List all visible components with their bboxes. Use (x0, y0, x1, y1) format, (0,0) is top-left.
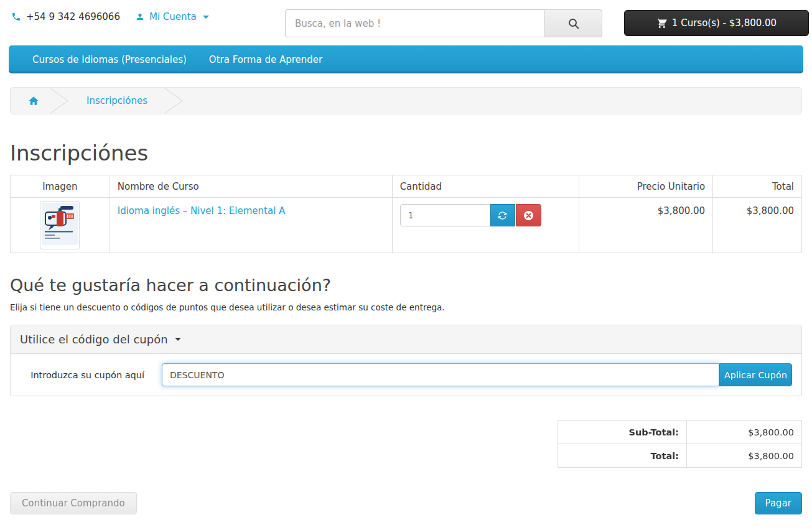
nav-item-cursos-idiomas[interactable]: Cursos de Idiomas (Presenciales) (21, 47, 198, 73)
coupon-input-group: Aplicar Cupón (162, 363, 792, 386)
quantity-cell (392, 198, 579, 253)
coupon-input-label: Introduzca su cupón aquí (20, 370, 144, 380)
table-row: Total: $3,800.00 (558, 444, 802, 468)
topbar: +54 9 342 4696066 Mi Cuenta 1 Curso(s) -… (0, 0, 812, 45)
main-nav: Cursos de Idiomas (Presenciales) Otra Fo… (9, 45, 803, 73)
cart-table-header-row: Imagen Nombre de Curso Cantidad Precio U… (11, 175, 802, 198)
subtotal-value: $3,800.00 (687, 421, 802, 444)
total-value: $3,800.00 (687, 444, 802, 468)
breadcrumb-chevron-icon (49, 87, 70, 114)
topbar-contact: +54 9 342 4696066 Mi Cuenta (11, 11, 209, 22)
account-menu[interactable]: Mi Cuenta (135, 11, 209, 22)
course-thumbnail[interactable] (40, 201, 80, 249)
page-title: Inscripciónes (10, 141, 802, 165)
coupon-panel-title: Utilice el código del cupón (20, 333, 168, 346)
cart-table: Imagen Nombre de Curso Cantidad Precio U… (10, 175, 802, 253)
apply-coupon-button[interactable]: Aplicar Cupón (719, 363, 792, 386)
header-nombre: Nombre de Curso (110, 175, 392, 198)
header-imagen: Imagen (11, 175, 110, 198)
table-row: Sub-Total: $3,800.00 (558, 421, 802, 444)
unit-price-cell: $3,800.00 (579, 198, 713, 253)
phone-icon (11, 12, 21, 22)
caret-down-icon (203, 16, 209, 19)
subtotal-label: Sub-Total: (558, 421, 687, 444)
search-bar (285, 9, 602, 37)
breadcrumb-item-inscripciones[interactable]: Inscripciónes (70, 95, 164, 106)
caret-down-icon (175, 338, 181, 341)
breadcrumb: Inscripciónes (10, 87, 802, 114)
phone-number: +54 9 342 4696066 (26, 11, 120, 22)
totals-section: Sub-Total: $3,800.00 Total: $3,800.00 (10, 420, 802, 468)
coupon-panel-body: Introduzca su cupón aquí Aplicar Cupón (11, 354, 801, 396)
quantity-input[interactable] (400, 204, 490, 226)
line-total-cell: $3,800.00 (713, 198, 802, 253)
breadcrumb-home-link[interactable] (18, 95, 49, 106)
remove-icon (523, 210, 534, 221)
totals-table: Sub-Total: $3,800.00 Total: $3,800.00 (558, 420, 802, 468)
pay-button[interactable]: Pagar (755, 492, 802, 514)
coupon-panel-header[interactable]: Utilice el código del cupón (11, 325, 801, 354)
cart-button-label: 1 Curso(s) - $3,800.00 (672, 17, 777, 29)
cart-icon (656, 18, 667, 29)
coupon-panel: Utilice el código del cupón Introduzca s… (10, 325, 802, 396)
breadcrumb-chevron-icon (164, 87, 185, 114)
quantity-control (400, 204, 541, 226)
course-link[interactable]: Idioma inglés – Nivel 1: Elemental A (118, 205, 286, 216)
table-row: Idioma inglés – Nivel 1: Elemental A (11, 198, 802, 253)
account-menu-label: Mi Cuenta (149, 11, 197, 22)
next-section-title: Qué te gustaría hacer a continuación? (10, 276, 802, 295)
refresh-icon (498, 211, 507, 220)
continue-shopping-button[interactable]: Continuar Comprando (10, 492, 137, 514)
coupon-input[interactable] (162, 363, 719, 386)
search-button[interactable] (544, 9, 602, 37)
header-total: Total (713, 175, 802, 198)
header-cantidad: Cantidad (392, 175, 579, 198)
search-icon (568, 18, 579, 29)
course-image-cell (11, 198, 110, 253)
footer-actions: Continuar Comprando Pagar (10, 492, 802, 514)
search-input[interactable] (285, 9, 544, 37)
total-label: Total: (558, 444, 687, 468)
nav-item-otra-forma[interactable]: Otra Forma de Aprender (198, 47, 334, 73)
remove-item-button[interactable] (516, 204, 541, 226)
course-name-cell: Idioma inglés – Nivel 1: Elemental A (110, 198, 392, 253)
next-section-subtitle: Elija si tiene un descuento o códigos de… (10, 302, 802, 312)
header-precio-unitario: Precio Unitario (579, 175, 713, 198)
cart-button[interactable]: 1 Curso(s) - $3,800.00 (624, 10, 809, 36)
update-quantity-button[interactable] (490, 204, 516, 226)
home-icon (28, 95, 39, 106)
user-icon (135, 12, 145, 22)
